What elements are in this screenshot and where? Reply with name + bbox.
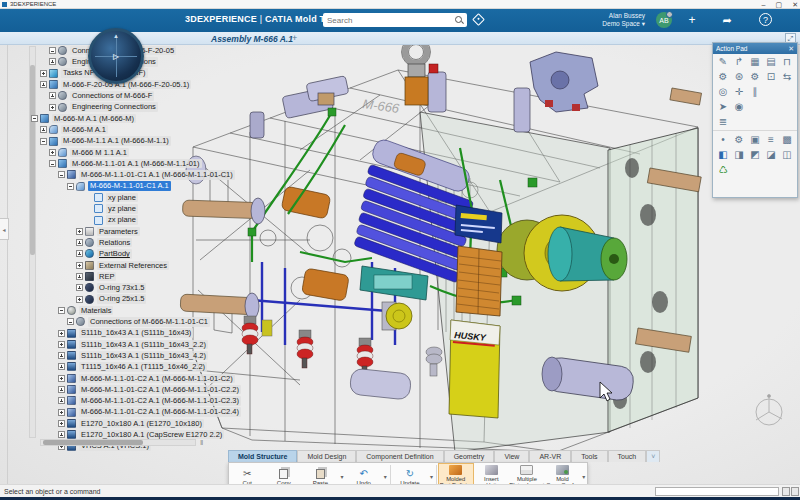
axis-icon[interactable]: ✛ [732,85,746,98]
tree-node[interactable]: M-666-M-1.1-01-C2 A.1 (M-666-M-1.1-01-C2… [10,373,310,384]
expand-icon[interactable] [58,397,65,404]
search-icon[interactable] [454,15,464,25]
expand-icon[interactable] [40,126,47,133]
expand-icon[interactable] [58,431,65,438]
expand-icon[interactable] [76,296,83,303]
ribbon-tab-touch[interactable]: Touch [608,450,647,462]
swap-icon[interactable]: ⇆ [780,70,794,83]
tree-node[interactable]: O-ring 25x1.5 [10,294,310,305]
scrollbar-grip[interactable]: ‖ [200,438,203,447]
collapse-icon[interactable] [58,171,65,178]
tree-node[interactable]: PartBody [10,248,310,259]
tree-node[interactable]: S111b_16x43 A.1 (S111b_16x43_4.2) [10,350,310,361]
close-button[interactable]: ✕ [792,0,798,9]
tree-horizontal-scrollbar[interactable] [40,439,196,446]
status-option-icon[interactable] [782,487,790,496]
tree-node[interactable]: O-ring 73x1.5 [10,282,310,293]
tree-node[interactable]: zx plane [10,214,310,225]
expand-icon[interactable] [58,409,65,416]
expand-icon[interactable] [58,352,65,359]
ribbon-tab-tools[interactable]: Tools [571,450,607,462]
tree-node[interactable]: S111b_16x43 A.1 (S111b_16x43_2.2) [10,339,310,350]
tree-node[interactable]: M-666 M 1.1 A.1 [10,147,310,158]
tree-node[interactable]: M-666-F-20-05 A.1 (M-666-F-20-05.1) [10,79,310,90]
group-icon[interactable]: ◉ [732,100,746,113]
command-input[interactable] [655,487,779,496]
expand-icon[interactable] [40,70,47,77]
tree-node[interactable]: xy plane [10,192,310,203]
view-iso-icon[interactable]: ◧ [716,148,730,161]
gear-small-icon[interactable]: ⚙ [732,133,746,146]
collapse-icon[interactable] [49,160,56,167]
tree-node[interactable]: M-666-M-1.1-01-C1 A.1 [10,181,310,192]
collapse-icon[interactable] [40,138,47,145]
collapse-icon[interactable] [58,307,65,314]
3dexperience-compass[interactable]: ▲ ▹ [88,28,144,84]
expand-icon[interactable] [40,81,47,88]
status-option-icon-2[interactable] [791,487,799,496]
tree-node[interactable]: M-666-M A.1 [10,124,310,135]
collapse-icon[interactable] [49,47,56,54]
expand-icon[interactable] [76,262,83,269]
tree-node[interactable]: T1115_16x46 A.1 (T1115_16x46_2.2) [10,361,310,372]
tree-node[interactable]: E1270_10x180 A.1 (E1270_10x180) [10,418,310,429]
cube-icon[interactable]: ▣ [748,133,762,146]
tree-collapse-tab[interactable]: ◂ [0,218,9,240]
expand-icon[interactable] [58,330,65,337]
tag-icon[interactable] [472,13,485,26]
expand-icon[interactable] [58,420,65,427]
ribbon-overflow-chevron[interactable]: ˅ [646,450,660,462]
tree-node[interactable]: M-666-M-1.1 A.1 (M-666-M-1.1) [10,135,310,146]
expand-icon[interactable] [76,228,83,235]
ribbon-tab-view[interactable]: View [494,450,529,462]
tree-node[interactable]: Connections of M-666-F [10,90,310,101]
tree-node[interactable]: Relations [10,237,310,248]
user-block[interactable]: Alan Bussey Demo Space ▾ [602,12,645,28]
view-left-icon[interactable]: ◩ [748,148,762,161]
update-icon[interactable]: ♺ [716,163,730,176]
scrollbar-thumb[interactable] [43,440,143,445]
view-front-icon[interactable]: ◨ [732,148,746,161]
document-tab[interactable]: Assembly M-666 A.1 [205,33,299,45]
collapse-icon[interactable] [31,115,38,122]
expand-icon[interactable] [58,363,65,370]
bend-icon[interactable]: ↱ [732,55,746,68]
expand-icon[interactable] [58,341,65,348]
tree-node[interactable]: yz plane [10,203,310,214]
tree-node[interactable]: REP [10,271,310,282]
minimize-button[interactable]: – [762,0,766,9]
expand-icon[interactable] [49,149,56,156]
tree-node[interactable]: Engineering Connections [10,56,310,67]
help-icon[interactable]: ? [759,13,772,26]
pin-icon[interactable]: • [716,133,730,146]
tree-node[interactable]: M-666-M A.1 (M-666-M) [10,113,310,124]
collapse-icon[interactable] [67,318,74,325]
tree-node[interactable]: M-666-M-1.1-01-C1 A.1 (M-666-M-1.1-01-C1… [10,169,310,180]
add-content-icon[interactable]: + [684,13,700,27]
ribbon-tab-mold-structure[interactable]: Mold Structure [228,450,297,462]
list-icon[interactable]: ≣ [716,115,730,128]
tree-node[interactable]: M-666-M-1.1-01 A.1 (M-666-M-1.1-01) [10,158,310,169]
share-icon[interactable]: ➦ [719,13,735,27]
select-icon[interactable]: ➤ [716,100,730,113]
stamp-icon[interactable]: ⊡ [764,70,778,83]
expand-icon[interactable] [58,375,65,382]
collapse-icon[interactable] [67,183,74,190]
action-pad-close-icon[interactable]: ✕ [788,43,794,54]
expand-icon[interactable] [76,250,83,257]
hole-icon[interactable]: ⊛ [732,70,746,83]
bolt-icon[interactable]: ∥ [748,85,762,98]
tree-node[interactable]: M-666-M-1.1-01-C2 A.1 (M-666-M-1.1-01-C2… [10,407,310,418]
tree-node[interactable]: Parameters [10,226,310,237]
tree-node[interactable]: M-666-M-1.1-01-C2 A.1 (M-666-M-1.1-01-C2… [10,395,310,406]
tree-node[interactable]: Tasks NF A.1 (Tasks NF) [10,68,310,79]
maximize-button[interactable]: ▢ [776,0,783,9]
expand-icon[interactable] [58,386,65,393]
view-compass-gizmo[interactable] [756,395,782,426]
expand-icon[interactable] [49,92,56,99]
expand-icon[interactable] [76,239,83,246]
tree-node[interactable]: External References [10,260,310,271]
search-input[interactable] [323,16,454,25]
layers-icon[interactable]: ≡ [764,133,778,146]
search-box[interactable] [323,13,467,27]
